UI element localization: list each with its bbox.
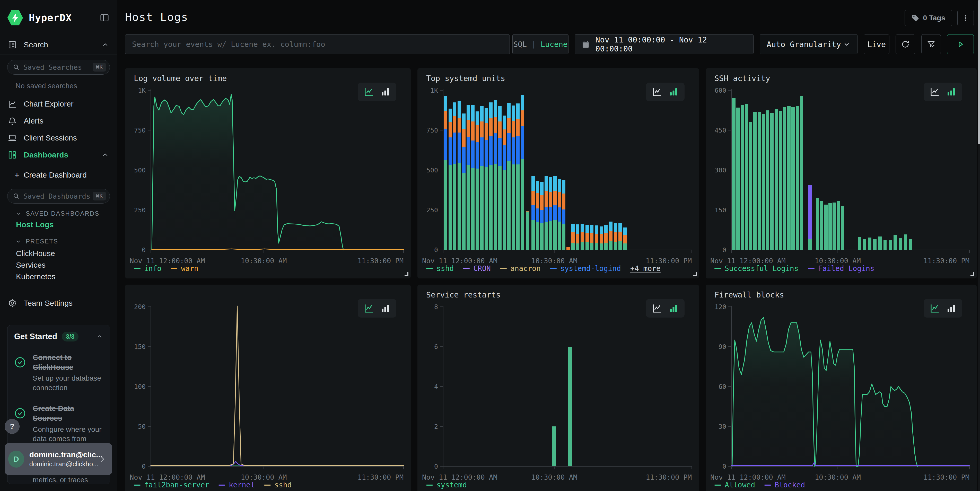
line-chart-toggle-button[interactable] [362,86,375,98]
svg-text:Nov 11 12:00:00 AM: Nov 11 12:00:00 AM [422,257,498,265]
granularity-select[interactable]: Auto Granularity [760,34,858,54]
tags-button[interactable]: 0 Tags [905,10,952,26]
chart-panel-firewall-blocks: Firewall blocks0306090120Nov 11 12:00:00… [706,284,977,491]
svg-text:250: 250 [426,207,438,214]
sidebar-item-clickhouse[interactable]: ClickHouse [16,249,55,258]
refresh-button[interactable] [896,34,915,54]
date-range-picker[interactable]: Nov 11 00:00:00 - Nov 12 00:00:00 [575,34,754,54]
svg-text:11:30:00 PM: 11:30:00 PM [923,257,969,265]
user-email: dominic.tran@clickho... [29,460,98,468]
saved-searches-search[interactable]: ⌘K [7,60,110,75]
hyperdx-logo-icon [7,10,23,26]
calendar-icon [582,40,590,48]
query-language-toggle[interactable]: SQL | Lucene [512,34,568,54]
legend-item[interactable]: systemd-logind [550,264,621,273]
bar-chart-toggle-button[interactable] [667,302,680,315]
chevron-up-icon[interactable] [96,333,103,340]
sidebar-item-alerts[interactable]: Alerts [0,114,117,128]
legend-swatch [500,268,507,269]
legend-item[interactable]: Blocked [764,481,805,489]
app-logo-text: HyperDX [29,12,72,24]
lucene-option[interactable]: Lucene [541,40,568,49]
saved-dashboards-search[interactable]: ⌘K [7,189,110,203]
dashboard-grid: Log volume over time02505007501KNov 11 1… [125,68,977,491]
event-search-input[interactable] [125,34,510,54]
legend-item[interactable]: anacron [500,264,541,273]
sidebar-item-team-settings[interactable]: Team Settings [0,296,117,310]
saved-searches-input[interactable] [24,63,93,71]
legend-item[interactable]: fail2ban-server [134,481,209,489]
bar-chart-toggle-button[interactable] [945,302,958,315]
legend-swatch [463,268,470,269]
saved-dashboards-section-header[interactable]: SAVED DASHBOARDS [15,210,99,217]
chart-view-toggle [358,299,396,318]
legend-item[interactable]: CRON [463,264,490,273]
sidebar-item-chart-explorer[interactable]: Chart Explorer [0,97,117,111]
legend-label: CRON [473,264,490,273]
divider [0,54,117,55]
sidebar-item-kubernetes[interactable]: Kubernetes [16,272,55,281]
bar-chart-toggle-button[interactable] [379,302,392,315]
svg-text:0: 0 [434,246,438,254]
plus-icon: + [14,171,19,180]
bar-chart-toggle-button[interactable] [945,86,958,98]
chart-view-toggle [924,83,962,101]
legend-item[interactable]: sshd [426,264,454,273]
legend-swatch [264,485,271,486]
svg-text:Nov 11 12:00:00 AM: Nov 11 12:00:00 AM [130,473,205,481]
legend-more-link[interactable]: +4 more [630,264,660,273]
svg-text:0: 0 [722,246,726,254]
sidebar-item-client-sessions[interactable]: Client Sessions [0,131,117,145]
more-options-button[interactable] [957,10,974,26]
legend-label: fail2ban-server [144,481,209,489]
chevron-up-icon [102,151,109,159]
chart-legend: Successful LoginsFailed Logins [714,264,875,273]
sql-option[interactable]: SQL [514,40,527,49]
svg-text:10:30:00 AM: 10:30:00 AM [531,473,577,481]
check-circle-icon [14,356,26,392]
sidebar-item-host-logs[interactable]: Host Logs [16,220,54,229]
legend-item[interactable]: systemd [426,481,467,489]
step-title: Connect to ClickHouse [33,353,103,372]
svg-text:0: 0 [434,463,438,470]
legend-item[interactable]: Allowed [714,481,755,489]
help-button[interactable]: ? [5,419,19,434]
legend-item[interactable]: Failed Logins [808,264,875,273]
presets-section-header[interactable]: PRESETS [15,238,58,245]
legend-label: +4 more [630,264,660,273]
create-dashboard-button[interactable]: + Create Dashboard [14,171,87,180]
legend-item[interactable]: warn [170,264,198,273]
get-started-step-sources[interactable]: Create Data Sources Configure where your… [14,404,103,443]
sidebar-collapse-icon[interactable] [99,13,110,23]
run-query-button[interactable] [947,34,974,54]
user-account-button[interactable]: D dominic.tran@clic... dominic.tran@clic… [5,443,112,475]
line-chart-toggle-button[interactable] [928,302,941,315]
line-chart-toggle-button[interactable] [928,86,941,98]
live-button[interactable]: Live [864,34,889,54]
legend-item[interactable]: Successful Logins [714,264,799,273]
sidebar-item-search[interactable]: Search [0,38,117,51]
line-chart-toggle-button[interactable] [362,302,375,315]
scrollbar-thumb[interactable] [978,0,980,144]
legend-item[interactable]: kernel [218,481,255,489]
line-chart-toggle-button[interactable] [651,302,663,315]
get-started-step-connect[interactable]: Connect to ClickHouse Set up your databa… [14,353,103,392]
sidebar-item-dashboards[interactable]: Dashboards [0,148,117,162]
filter-button[interactable] [921,34,941,54]
chart-view-toggle [646,83,684,101]
line-chart-toggle-button[interactable] [651,86,663,98]
legend-item[interactable]: sshd [264,481,291,489]
sidebar-item-services[interactable]: Services [16,261,46,269]
legend-swatch [170,268,177,269]
saved-dashboards-input[interactable] [24,192,93,200]
legend-item[interactable]: info [134,264,161,273]
svg-text:0: 0 [142,463,146,470]
legend-swatch [218,485,225,486]
chart-panel-top-systemd-units: Top systemd units02505007501KNov 11 12:0… [417,68,699,278]
scrollbar-track [978,0,980,491]
chart-panel-ssh-activity: SSH activity0150300450600Nov 11 12:00:00… [706,68,977,278]
shortcut-badge: ⌘K [93,63,106,72]
bar-chart-toggle-button[interactable] [667,86,680,98]
svg-text:11:30:00 PM: 11:30:00 PM [923,473,969,481]
bar-chart-toggle-button[interactable] [379,86,392,98]
